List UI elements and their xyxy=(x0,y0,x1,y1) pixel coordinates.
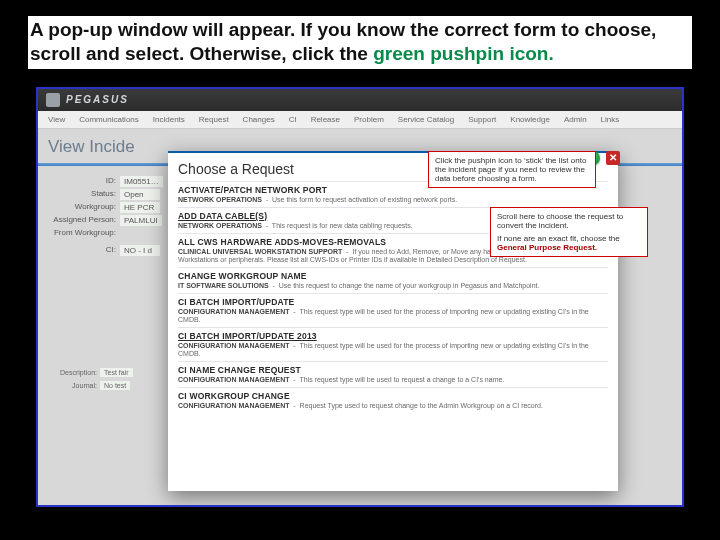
request-item[interactable]: CI BATCH IMPORT/UPDATE 2013CONFIGURATION… xyxy=(178,327,608,361)
status-value: Open xyxy=(120,189,160,200)
assigned-value: PALMLUI xyxy=(120,215,162,226)
menu-admin[interactable]: Admin xyxy=(564,115,587,124)
request-item[interactable]: CI BATCH IMPORT/UPDATECONFIGURATION MANA… xyxy=(178,293,608,327)
request-item[interactable]: CHANGE WORKGROUP NAMEIT SOFTWARE SOLUTIO… xyxy=(178,267,608,293)
menu-view[interactable]: View xyxy=(48,115,65,124)
request-subtext: CONFIGURATION MANAGEMENT - This request … xyxy=(178,308,608,324)
from-workgroup-label: From Workgroup: xyxy=(50,228,120,237)
request-item[interactable]: CI WORKGROUP CHANGECONFIGURATION MANAGEM… xyxy=(178,387,608,413)
menu-request[interactable]: Request xyxy=(199,115,229,124)
callout-scroll-l2: If none are an exact fit, choose the xyxy=(497,234,641,243)
request-title: CHANGE WORKGROUP NAME xyxy=(178,271,608,281)
journal-label: Journal: xyxy=(44,382,100,389)
callout-scroll-l3: General Purpose Request. xyxy=(497,243,641,252)
menu-problem[interactable]: Problem xyxy=(354,115,384,124)
request-title: CI NAME CHANGE REQUEST xyxy=(178,365,608,375)
descr-value: Test fair xyxy=(100,368,133,377)
request-title: CI WORKGROUP CHANGE xyxy=(178,391,608,401)
journal-value: No test xyxy=(100,381,130,390)
request-subtext: CONFIGURATION MANAGEMENT - This request … xyxy=(178,342,608,358)
brand-label: PEGASUS xyxy=(66,94,129,105)
pegasus-logo-icon xyxy=(46,93,60,107)
menu-communications[interactable]: Communications xyxy=(79,115,139,124)
request-subtext: NETWORK OPERATIONS - Use this form to re… xyxy=(178,196,608,204)
modal-title: Choose a Request xyxy=(178,161,294,177)
menu-changes[interactable]: Changes xyxy=(243,115,275,124)
request-subtext: CONFIGURATION MANAGEMENT - Request Type … xyxy=(178,402,608,410)
menu-support[interactable]: Support xyxy=(468,115,496,124)
instruction-banner: A pop-up window will appear. If you know… xyxy=(0,0,720,81)
request-title: CI BATCH IMPORT/UPDATE 2013 xyxy=(178,331,608,341)
menu-ci[interactable]: CI xyxy=(289,115,297,124)
instruction-text-1: A pop-up window will appear. If you know… xyxy=(30,19,656,64)
status-label: Status: xyxy=(50,189,120,200)
menu-release[interactable]: Release xyxy=(311,115,340,124)
menu-knowledge[interactable]: Knowledge xyxy=(510,115,550,124)
request-subtext: IT SOFTWARE SOLUTIONS - Use this request… xyxy=(178,282,608,290)
app-titlebar: PEGASUS xyxy=(38,89,682,111)
menubar: View Communications Incidents Request Ch… xyxy=(38,111,682,129)
id-label: ID: xyxy=(50,176,120,187)
assigned-label: Assigned Person: xyxy=(50,215,120,226)
id-value: IM0551… xyxy=(120,176,163,187)
ci-value: NO - I d xyxy=(120,245,160,256)
workgroup-value: HE PCR xyxy=(120,202,160,213)
close-icon[interactable]: ✕ xyxy=(606,151,620,165)
app-window: PEGASUS View Communications Incidents Re… xyxy=(38,89,682,505)
descr-label: Description: xyxy=(44,369,100,376)
request-title: CI BATCH IMPORT/UPDATE xyxy=(178,297,608,307)
screenshot-frame: PEGASUS View Communications Incidents Re… xyxy=(36,87,684,507)
menu-service-catalog[interactable]: Service Catalog xyxy=(398,115,454,124)
lower-left-fields: Description:Test fair Journal:No test xyxy=(44,369,133,389)
menu-incidents[interactable]: Incidents xyxy=(153,115,185,124)
instruction-green-1: green xyxy=(373,43,425,64)
instruction-green-2: pushpin icon. xyxy=(430,43,554,64)
request-subtext: CONFIGURATION MANAGEMENT - This request … xyxy=(178,376,608,384)
menu-links[interactable]: Links xyxy=(601,115,620,124)
workgroup-label: Workgroup: xyxy=(50,202,120,213)
callout-pushpin-text: Click the pushpin icon to ‘stick’ the li… xyxy=(435,156,586,183)
choose-request-modal: Choose a Request ACTIVATE/PATCH NETWORK … xyxy=(168,151,618,491)
callout-pushpin: Click the pushpin icon to ‘stick’ the li… xyxy=(428,151,596,189)
callout-scroll-l1: Scroll here to choose the request to con… xyxy=(497,212,641,230)
callout-scroll: Scroll here to choose the request to con… xyxy=(490,207,648,258)
ci-label: CI: xyxy=(50,245,120,256)
request-item[interactable]: CI NAME CHANGE REQUESTCONFIGURATION MANA… xyxy=(178,361,608,387)
